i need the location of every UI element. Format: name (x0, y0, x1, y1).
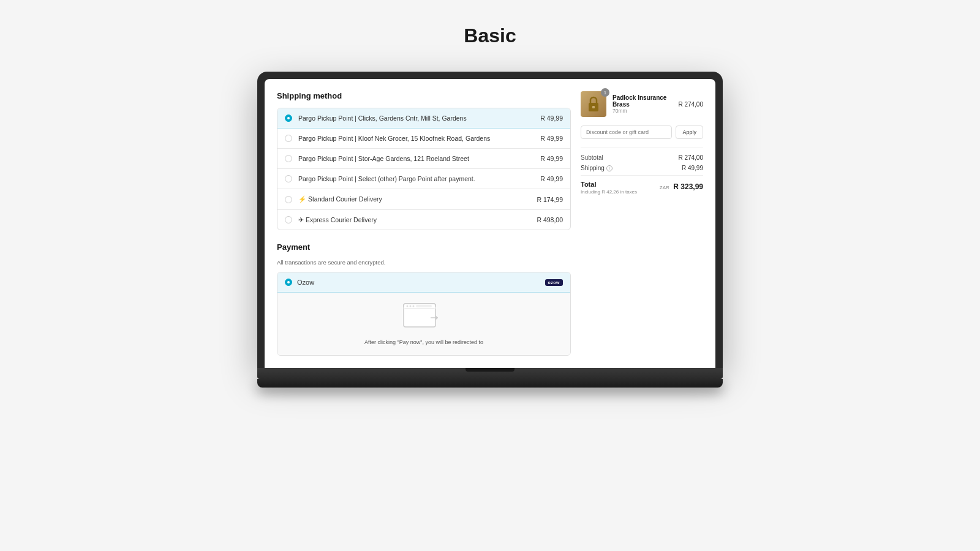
page-title: Basic (464, 24, 516, 47)
total-label: Total (581, 181, 637, 188)
shipping-option-3[interactable]: Pargo Pickup Point | Stor-Age Gardens, 1… (277, 149, 570, 169)
order-summary: Subtotal R 274,00 Shipping i R 49,99 (581, 148, 703, 195)
shipping-option-price-4: R 49,99 (540, 175, 563, 182)
product-info: Padlock Insurance Brass 70mm (612, 94, 672, 114)
shipping-value: R 49,99 (682, 165, 703, 171)
payment-body: After clicking "Pay now", you will be re… (277, 293, 570, 355)
subtotal-label: Subtotal (581, 154, 603, 161)
svg-marker-8 (435, 315, 438, 320)
product-price: R 274,00 (678, 101, 703, 108)
shipping-option-price-6: R 498,00 (537, 216, 563, 223)
discount-input[interactable] (581, 126, 672, 139)
shipping-option-label-4: Pargo Pickup Point | Select (other) Parg… (298, 175, 534, 182)
left-panel: Shipping method Pargo Pickup Point | Cli… (277, 91, 571, 356)
shipping-option-1[interactable]: Pargo Pickup Point | Clicks, Gardens Cnt… (277, 108, 570, 129)
shipping-option-price-3: R 49,99 (540, 155, 563, 162)
right-panel: 1 Padlock Insurance Brass 70mm R 274,00 … (581, 91, 703, 356)
radio-selected (285, 114, 292, 122)
shipping-option-2[interactable]: Pargo Pickup Point | Kloof Nek Grocer, 1… (277, 129, 570, 149)
product-desc: 70mm (612, 108, 672, 114)
laptop-bottom (257, 379, 723, 388)
svg-rect-10 (592, 106, 595, 108)
radio-unselected-4 (285, 175, 292, 182)
browser-icon (402, 302, 445, 333)
payment-radio-checked (285, 279, 292, 286)
svg-point-4 (410, 305, 412, 307)
product-name: Padlock Insurance Brass (612, 94, 672, 108)
total-tax: Including R 42,26 in taxes (581, 189, 637, 195)
total-row: Total Including R 42,26 in taxes ZAR R 3… (581, 175, 703, 195)
redirect-text: After clicking "Pay now", you will be re… (364, 339, 483, 345)
shipping-option-label-3: Pargo Pickup Point | Stor-Age Gardens, 1… (298, 155, 534, 162)
discount-row: Apply (581, 126, 703, 139)
shipping-option-4[interactable]: Pargo Pickup Point | Select (other) Parg… (277, 169, 570, 189)
shipping-option-5[interactable]: ⚡ Standard Courier Delivery R 174,99 (277, 189, 570, 210)
payment-option-left: Ozow (285, 279, 314, 286)
subtotal-row: Subtotal R 274,00 (581, 154, 703, 161)
svg-point-3 (407, 305, 409, 307)
product-badge: 1 (601, 88, 609, 97)
payment-method-label: Ozow (297, 279, 314, 286)
payment-subtitle: All transactions are secure and encrypte… (277, 259, 571, 266)
svg-point-5 (413, 305, 415, 307)
shipping-option-6[interactable]: ✈ Express Courier Delivery R 498,00 (277, 210, 570, 230)
shipping-section-title: Shipping method (277, 91, 571, 100)
svg-rect-6 (416, 305, 432, 307)
shipping-options-list: Pargo Pickup Point | Clicks, Gardens Cnt… (277, 108, 571, 230)
product-row: 1 Padlock Insurance Brass 70mm R 274,00 (581, 91, 703, 117)
product-image-wrap: 1 (581, 91, 606, 117)
radio-unselected-6 (285, 216, 292, 223)
shipping-option-price-5: R 174,99 (537, 196, 563, 203)
apply-button[interactable]: Apply (676, 126, 703, 139)
total-amount: R 323,99 (673, 182, 703, 191)
payment-options: Ozow ozow (277, 272, 571, 356)
shipping-info-icon: i (606, 165, 612, 171)
radio-unselected-5 (285, 196, 292, 203)
payment-option-ozow[interactable]: Ozow ozow (277, 272, 570, 293)
shipping-row: Shipping i R 49,99 (581, 165, 703, 171)
laptop-base (257, 368, 723, 379)
payment-section: Payment All transactions are secure and … (277, 242, 571, 356)
ozow-logo: ozow (545, 279, 564, 286)
shipping-option-label-6: ✈ Express Courier Delivery (298, 216, 530, 223)
shipping-option-price-1: R 49,99 (540, 114, 563, 122)
shipping-label: Shipping i (581, 165, 612, 171)
radio-unselected-2 (285, 135, 292, 142)
subtotal-value: R 274,00 (678, 154, 703, 161)
shipping-option-label-1: Pargo Pickup Point | Clicks, Gardens Cnt… (298, 114, 534, 122)
shipping-option-label-5: ⚡ Standard Courier Delivery (298, 195, 530, 203)
laptop-screen: Shipping method Pargo Pickup Point | Cli… (257, 72, 723, 368)
shipping-option-label-2: Pargo Pickup Point | Kloof Nek Grocer, 1… (298, 135, 534, 142)
radio-unselected-3 (285, 155, 292, 162)
payment-section-title: Payment (277, 242, 571, 252)
shipping-option-price-2: R 49,99 (540, 135, 563, 142)
total-currency: ZAR (660, 185, 669, 190)
total-label-wrap: Total Including R 42,26 in taxes (581, 181, 637, 195)
laptop-container: Shipping method Pargo Pickup Point | Cli… (257, 72, 723, 388)
total-value-wrap: ZAR R 323,99 (660, 181, 703, 192)
screen-content: Shipping method Pargo Pickup Point | Cli… (265, 79, 715, 368)
screen-inner: Shipping method Pargo Pickup Point | Cli… (265, 79, 715, 368)
